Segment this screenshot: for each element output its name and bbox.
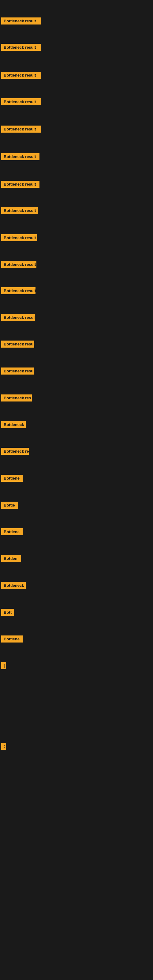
bottleneck-result-item: :	[1, 743, 6, 750]
bottleneck-result-item: Bottleneck result	[1, 207, 38, 214]
bottleneck-result-item: Bottle	[1, 502, 18, 509]
bottleneck-result-item: Bottleneck result	[1, 181, 40, 188]
bottleneck-result-item: Bottleneck result	[1, 126, 41, 133]
bottleneck-result-item: Bottleneck	[1, 582, 26, 589]
bottleneck-result-item: Bottleneck result	[1, 153, 40, 160]
bottleneck-result-item: Bottleneck result	[1, 98, 41, 105]
bottleneck-result-item: Bottlen	[1, 555, 21, 562]
bottleneck-result-item: Bottleneck result	[1, 340, 34, 348]
bottleneck-result-item: |	[1, 662, 6, 669]
bottleneck-result-item: Bottlene	[1, 635, 22, 643]
bottleneck-result-item: Bottleneck result	[1, 368, 33, 375]
bottleneck-result-item: Bott	[1, 609, 14, 616]
bottleneck-result-item: Bottleneck result	[1, 234, 37, 241]
bottleneck-result-item: Bottleneck result	[1, 44, 41, 51]
bottleneck-result-item: Bottleneck re	[1, 448, 29, 455]
bottleneck-result-item: Bottlene	[1, 528, 22, 535]
bottleneck-result-item: Bottleneck result	[1, 314, 35, 321]
bottleneck-result-item: Bottlene	[1, 475, 22, 482]
bottleneck-result-item: Bottleneck result	[1, 261, 37, 268]
bottleneck-result-item: Bottleneck res	[1, 395, 32, 401]
bottleneck-result-item: Bottleneck	[1, 421, 26, 428]
bottleneck-result-item: Bottleneck result	[1, 72, 41, 79]
bottleneck-result-item: Bottleneck result	[1, 287, 35, 294]
bottleneck-list: Bottleneck resultBottleneck resultBottle…	[0, 0, 153, 980]
bottleneck-result-item: Bottleneck result	[1, 18, 41, 24]
